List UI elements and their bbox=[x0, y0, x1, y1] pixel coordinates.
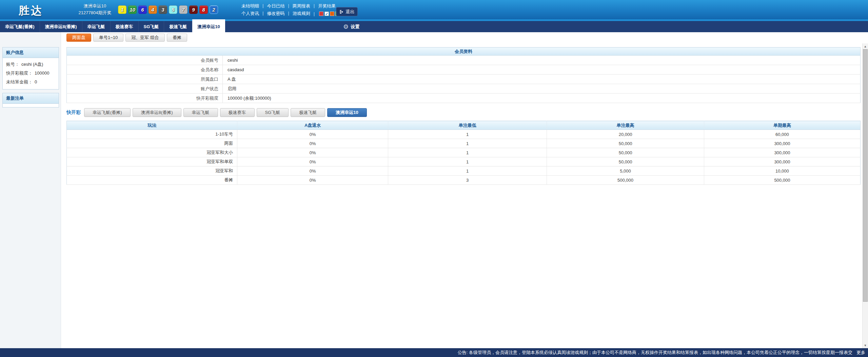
link-settled-today[interactable]: 今日已结 bbox=[259, 3, 284, 9]
game-btn-sg-airship[interactable]: SG飞艇 bbox=[257, 108, 289, 117]
table-row: 冠亚军和 0% 1 5,000 10,000 bbox=[67, 166, 861, 176]
limits-cell: 0% bbox=[237, 139, 388, 148]
brand-logo: 胜达 bbox=[19, 3, 43, 18]
logout-button[interactable]: 退出 bbox=[336, 7, 358, 16]
link-change-password[interactable]: 修改密码 bbox=[259, 11, 284, 17]
main-area: 两面盘 单号1~10 冠、亚军 组合 番摊 会员资料 会员账号 ceshi 会员… bbox=[61, 32, 868, 348]
game-btn-speed-airship[interactable]: 极速飞艇 bbox=[291, 108, 325, 117]
limits-cell: 500,000 bbox=[704, 176, 860, 185]
content: 账户信息 账号：ceshi (A盘) 快开彩额度：100000 未结算金额：0 … bbox=[0, 32, 868, 348]
skin-swatch-red[interactable] bbox=[319, 12, 323, 16]
member-label: 会员名称 bbox=[67, 65, 223, 75]
table-row: 番摊 0% 3 500,000 500,000 bbox=[67, 176, 861, 185]
scrollbar-thumb[interactable] bbox=[863, 49, 868, 302]
link-personal-info[interactable]: 个人资讯 bbox=[241, 11, 259, 17]
member-value: A 盘 bbox=[223, 75, 861, 84]
limits-cell: 冠亚军和 bbox=[67, 166, 237, 176]
more-link[interactable]: 更多 bbox=[856, 350, 865, 356]
nav-tab-au-lucky10[interactable]: 澳洲幸运10 bbox=[192, 19, 225, 32]
limits-cell: 番摊 bbox=[67, 176, 237, 185]
game-btn-au-lucky8-fantan[interactable]: 澳洲幸运8(番摊) bbox=[133, 108, 181, 117]
result-ball: 9 bbox=[189, 5, 198, 14]
account-value: ceshi (A盘) bbox=[21, 62, 43, 67]
limits-cell: 1 bbox=[388, 148, 547, 157]
vertical-scrollbar[interactable]: ▲ ▼ bbox=[862, 43, 868, 348]
limits-cell: 0% bbox=[237, 166, 388, 176]
tab-champion-combo[interactable]: 冠、亚军 组合 bbox=[125, 34, 165, 42]
limits-cell: 1 bbox=[388, 157, 547, 166]
settings-button[interactable]: ⚙ 设置 bbox=[343, 21, 359, 32]
account-row-username: 账号：ceshi (A盘) bbox=[5, 60, 56, 69]
member-label: 快开彩额度 bbox=[67, 94, 223, 103]
account-row-unsettled: 未结算金额：0 bbox=[5, 78, 56, 86]
table-row: 快开彩额度 100000 (余额:100000) bbox=[67, 94, 861, 103]
nav-tab-speed-airship[interactable]: 极速飞艇 bbox=[164, 21, 192, 32]
header-links: 未结明细 今日已结 两周报表 开奖结果 个人资讯 修改密码 游戏规则 ✓ bbox=[241, 2, 340, 17]
game-btn-speed-racing[interactable]: 极速赛车 bbox=[220, 108, 255, 117]
member-value: 100000 (余额:100000) bbox=[223, 94, 861, 103]
settings-label: 设置 bbox=[351, 24, 359, 30]
nav-tab-sg-airship[interactable]: SG飞艇 bbox=[139, 21, 164, 32]
limits-col-max: 单注最高 bbox=[547, 121, 704, 130]
member-label: 会员账号 bbox=[67, 56, 223, 65]
limits-cell: 3 bbox=[388, 176, 547, 185]
limits-cell: 20,000 bbox=[547, 130, 704, 139]
limits-cell: 冠亚军和单双 bbox=[67, 157, 237, 166]
draw-result-balls: 1 10 6 4 3 5 7 9 8 2 bbox=[118, 5, 218, 14]
latest-bets-panel: 最新注单 bbox=[2, 93, 59, 107]
member-label: 所属盘口 bbox=[67, 75, 223, 84]
table-row: 冠亚军和单双 0% 1 50,000 300,000 bbox=[67, 157, 861, 166]
page: 胜达 澳洲幸运10 21277804期开奖 1 10 6 4 3 5 7 9 8… bbox=[0, 0, 868, 357]
member-info-table: 会员资料 会员账号 ceshi 会员名称 casdasd 所属盘口 A 盘 账 bbox=[66, 47, 861, 103]
scrollbar-down-arrow-icon[interactable]: ▼ bbox=[863, 342, 868, 348]
limits-cell: 1-10车号 bbox=[67, 130, 237, 139]
limits-cell: 300,000 bbox=[704, 157, 860, 166]
account-row-credit: 快开彩额度：100000 bbox=[5, 69, 56, 78]
limits-cell: 50,000 bbox=[547, 139, 704, 148]
table-row: 所属盘口 A 盘 bbox=[67, 75, 861, 84]
game-btn-lucky-airship-fantan[interactable]: 幸运飞艇(番摊) bbox=[84, 108, 131, 117]
nav-tab-au-lucky8-fantan[interactable]: 澳洲幸运8(番摊) bbox=[40, 21, 82, 32]
skin-swatch-checkbox[interactable]: ✓ bbox=[324, 12, 329, 16]
tab-fantan[interactable]: 番摊 bbox=[167, 34, 187, 42]
draw-number: 21277804期开奖 bbox=[70, 9, 120, 16]
tab-two-sides[interactable]: 两面盘 bbox=[66, 34, 91, 42]
table-row: 会员账号 ceshi bbox=[67, 56, 861, 65]
result-ball: 2 bbox=[210, 5, 218, 14]
footer-announcement-bar: 公告: 各级管理员，会员请注意，登陆本系统必须认真阅读游戏规则；由于本公司不是网… bbox=[0, 348, 868, 357]
nav-tab-lucky-airship[interactable]: 幸运飞艇 bbox=[82, 21, 111, 32]
limits-cell: 300,000 bbox=[704, 139, 860, 148]
lottery-info: 澳洲幸运10 21277804期开奖 bbox=[70, 3, 120, 16]
link-game-rules[interactable]: 游戏规则 bbox=[284, 11, 310, 17]
logout-icon bbox=[339, 9, 344, 14]
scrollbar-up-arrow-icon[interactable]: ▲ bbox=[863, 43, 868, 49]
result-ball: 1 bbox=[118, 5, 126, 14]
logout-label: 退出 bbox=[346, 9, 355, 15]
limits-cell: 0% bbox=[237, 148, 388, 157]
game-btn-au-lucky10[interactable]: 澳洲幸运10 bbox=[327, 108, 367, 117]
nav-tab-lucky-airship-fantan[interactable]: 幸运飞艇(番摊) bbox=[0, 21, 40, 32]
limits-cell: 500,000 bbox=[547, 176, 704, 185]
limits-cell: 50,000 bbox=[547, 157, 704, 166]
table-row: 1-10车号 0% 1 20,000 60,000 bbox=[67, 130, 861, 139]
account-label: 未结算金额： bbox=[6, 79, 33, 84]
limits-col-term-max: 单期最高 bbox=[704, 121, 860, 130]
link-unsettled-detail[interactable]: 未结明细 bbox=[241, 3, 259, 9]
skin-swatch-orange[interactable] bbox=[330, 12, 334, 16]
limits-cell: 50,000 bbox=[547, 148, 704, 157]
limits-cell: 0% bbox=[237, 157, 388, 166]
game-btn-lucky-airship[interactable]: 幸运飞艇 bbox=[183, 108, 218, 117]
member-value: 启用 bbox=[223, 84, 861, 94]
link-draw-results[interactable]: 开奖结果 bbox=[310, 3, 336, 9]
nav-tab-speed-racing[interactable]: 极速赛车 bbox=[111, 21, 139, 32]
tab-single-1-10[interactable]: 单号1~10 bbox=[93, 34, 123, 42]
account-panel-title: 账户信息 bbox=[3, 47, 59, 58]
result-ball: 8 bbox=[199, 5, 208, 14]
gear-icon: ⚙ bbox=[343, 24, 349, 30]
result-ball: 3 bbox=[159, 5, 167, 14]
limits-cell: 1 bbox=[388, 166, 547, 176]
table-row: 账户状态 启用 bbox=[67, 84, 861, 94]
member-value: casdasd bbox=[223, 65, 861, 75]
link-biweekly-report[interactable]: 两周报表 bbox=[284, 3, 310, 9]
limits-cell: 1 bbox=[388, 139, 547, 148]
